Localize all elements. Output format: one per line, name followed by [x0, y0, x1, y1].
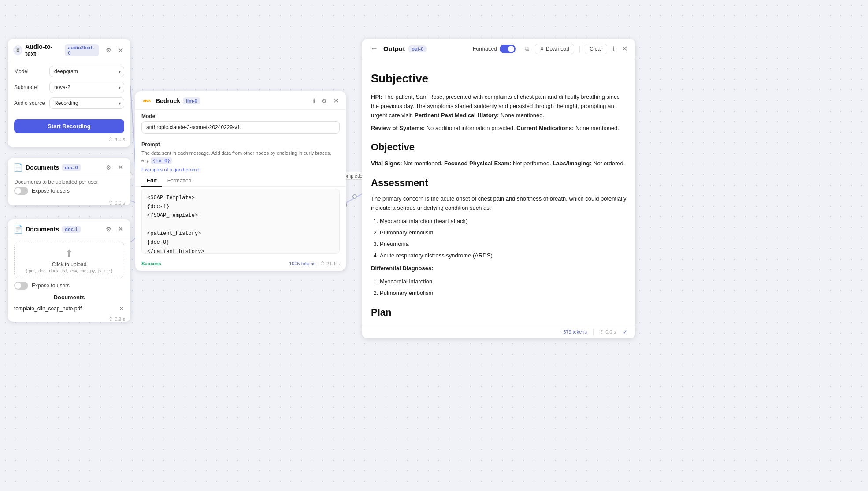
aws-logo: aws	[141, 97, 153, 105]
bedrock-tokens: 1005 tokens	[289, 261, 315, 266]
output-tokens: 579 tokens	[563, 329, 587, 335]
bedrock-info-button[interactable]: ℹ	[311, 97, 317, 105]
audio-time: 4.0 s	[115, 137, 125, 142]
start-recording-button[interactable]: Start Recording	[14, 119, 124, 133]
doc-1-settings-button[interactable]: ⚙	[104, 225, 113, 234]
bedrock-tab-bar: Edit Formatted	[135, 175, 346, 187]
list-item: Pneumonia	[380, 239, 627, 249]
doc-0-description: Documents to be uploaded per user	[8, 176, 130, 187]
formatted-toggle[interactable]	[500, 45, 516, 53]
audio-close-button[interactable]: ✕	[116, 45, 125, 56]
tab-edit[interactable]: Edit	[141, 175, 162, 187]
doc-1-expose-toggle[interactable]	[14, 282, 28, 290]
bedrock-prompt-label: Prompt	[135, 138, 346, 149]
focused-label: Focused Physical Exam:	[444, 160, 511, 167]
differential-list: Myocardial infarction Pulmonary embolism	[380, 277, 627, 298]
upload-icon: ⬆	[18, 248, 120, 260]
clock-icon: ⏱	[108, 200, 113, 205]
model-select[interactable]: deepgram whisper	[49, 66, 124, 77]
doc-0-close-button[interactable]: ✕	[116, 162, 125, 172]
output-panel: ← Output out-0 Formatted ⧉ ⬇ Download | …	[362, 39, 635, 338]
assessment-heading: Assessment	[371, 175, 627, 191]
upload-area[interactable]: ⬆ Click to upload (.pdf, .doc, .docx, .t…	[14, 242, 124, 278]
output-info-button[interactable]: ℹ	[611, 45, 616, 53]
upload-types-text: (.pdf, .doc, .docx, .txt, .csv, .md, .py…	[18, 268, 120, 273]
audio-card-title: Audio-to-text	[25, 43, 62, 57]
doc-0-expose-toggle[interactable]	[14, 187, 28, 195]
bedrock-code-area[interactable]: <SOAP_Template> {doc-1} </SOAP_Template>…	[141, 189, 340, 254]
list-item: Acute respiratory distress syndrome (ARD…	[380, 251, 627, 260]
file-remove-button[interactable]: ✕	[119, 305, 124, 312]
list-item: Myocardial infarction	[380, 277, 627, 286]
output-title: Output	[383, 45, 405, 52]
output-header: ← Output out-0 Formatted ⧉ ⬇ Download | …	[362, 39, 635, 59]
output-content[interactable]: Subjective HPI: The patient, Sam Rose, p…	[362, 59, 635, 325]
assessment-list: Myocardial infarction (heart attack) Pul…	[380, 216, 627, 260]
medications-label: Current Medications:	[516, 125, 574, 131]
audio-source-label: Audio source	[14, 100, 46, 106]
assessment-text: The primary concern is the acute onset o…	[371, 194, 627, 213]
bedrock-prompt-link[interactable]: Examples of a good prompt	[141, 167, 201, 172]
bedrock-prompt-link-wrapper: Examples of a good prompt	[135, 166, 346, 175]
documents-card-0: 📄 Documents doc-0 ⚙ ✕ Documents to be up…	[8, 158, 130, 205]
submodel-select[interactable]: nova-2 nova base	[49, 82, 124, 93]
hpi-paragraph: HPI: The patient, Sam Rose, presented wi…	[371, 93, 627, 120]
doc-0-time: 0.0 s	[115, 200, 125, 205]
vital-label: Vital Signs:	[371, 160, 402, 167]
bedrock-status: Success	[141, 261, 161, 266]
differential-label: Differential Diagnoses:	[371, 265, 434, 272]
bedrock-model-input[interactable]	[141, 121, 340, 134]
clock-icon: ⏱	[599, 329, 604, 335]
focused-text: Not performed.	[513, 160, 551, 167]
audio-card-badge: audio2text-0	[65, 44, 99, 56]
plan-heading: Plan	[371, 304, 627, 320]
bedrock-prompt-desc: The data sent in each message. Add data …	[135, 149, 346, 166]
pertinent-label: Pertinent Past Medical History:	[415, 112, 499, 119]
audio-source-select[interactable]: Recording Upload Microphone	[49, 97, 124, 109]
doc-1-badge: doc-1	[62, 226, 81, 233]
doc-1-close-button[interactable]: ✕	[116, 224, 125, 234]
review-paragraph: Review of Systems: No additional informa…	[371, 124, 627, 133]
vitals-paragraph: Vital Signs: Not mentioned. Focused Phys…	[371, 159, 627, 168]
hpi-label: HPI:	[371, 93, 382, 100]
list-item: Myocardial infarction (heart attack)	[380, 216, 627, 226]
doc-icon-1: 📄	[13, 224, 23, 234]
output-expand-button[interactable]: ⤢	[621, 328, 629, 336]
bedrock-code-content: <SOAP_Template> {doc-1} </SOAP_Template>…	[147, 193, 334, 254]
list-item: Pulmonary embolism	[380, 228, 627, 238]
bedrock-model-label: Model	[135, 110, 346, 121]
bedrock-settings-button[interactable]: ⚙	[319, 97, 329, 105]
bedrock-card: aws Bedrock llm-0 ℹ ⚙ ✕ Model Prompt The…	[135, 91, 346, 271]
mic-icon: 🎙	[13, 45, 22, 55]
output-close-button[interactable]: ✕	[620, 44, 629, 54]
doc-0-settings-button[interactable]: ⚙	[104, 163, 113, 172]
clock-icon: ⏱	[108, 316, 113, 322]
bedrock-badge: llm-0	[183, 97, 200, 104]
documents-card-1: 📄 Documents doc-1 ⚙ ✕ ⬆ Click to upload …	[8, 219, 130, 322]
subjective-heading: Subjective	[371, 69, 627, 88]
output-back-button[interactable]: ←	[368, 43, 380, 54]
output-copy-button[interactable]: ⧉	[523, 44, 531, 54]
pertinent-text: None mentioned.	[501, 112, 544, 119]
differential-heading: Differential Diagnoses:	[371, 264, 627, 273]
vital-text: Not mentioned.	[404, 160, 442, 167]
review-text: No additional information provided.	[427, 125, 515, 131]
doc-section-label: Documents	[8, 293, 130, 303]
output-badge: out-0	[408, 45, 427, 52]
doc-icon-0: 📄	[13, 163, 23, 172]
doc-1-title: Documents	[26, 226, 59, 233]
list-item: Pulmonary embolism	[380, 288, 627, 298]
bedrock-close-button[interactable]: ✕	[331, 96, 341, 106]
audio-settings-button[interactable]: ⚙	[104, 46, 113, 55]
file-entry: template_clin_soap_note.pdf ✕	[8, 303, 130, 315]
clock-icon: ⏱	[320, 261, 325, 266]
file-name: template_clin_soap_note.pdf	[14, 305, 82, 312]
review-label: Review of Systems:	[371, 125, 425, 131]
labs-label: Labs/Imaging:	[553, 160, 591, 167]
tab-formatted[interactable]: Formatted	[162, 175, 197, 187]
output-download-button[interactable]: ⬇ Download	[535, 44, 574, 54]
output-clear-button[interactable]: Clear	[585, 44, 607, 54]
objective-heading: Objective	[371, 139, 627, 155]
labs-text: Not ordered.	[593, 160, 625, 167]
doc-0-expose-label: Expose to users	[32, 188, 70, 194]
